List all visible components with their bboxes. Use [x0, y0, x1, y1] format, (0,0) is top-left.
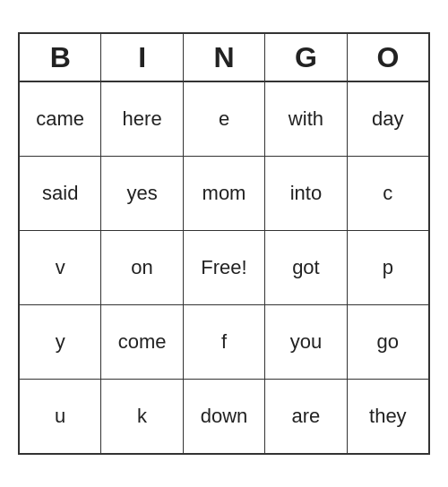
cell-1-3[interactable]: e	[184, 82, 265, 156]
cell-4-2[interactable]: come	[101, 305, 183, 379]
bingo-card: B I N G O came here e with day said yes …	[18, 32, 430, 455]
header-g: G	[265, 34, 347, 81]
cell-2-1[interactable]: said	[20, 157, 101, 230]
header-b: B	[20, 34, 101, 81]
cell-5-5[interactable]: they	[348, 380, 428, 453]
header-o: O	[348, 34, 428, 81]
cell-5-4[interactable]: are	[265, 380, 347, 453]
cell-3-1[interactable]: v	[20, 231, 101, 304]
cell-1-5[interactable]: day	[348, 82, 428, 156]
bingo-row-4: y come f you go	[20, 305, 428, 380]
cell-5-2[interactable]: k	[101, 380, 183, 453]
header-n: N	[184, 34, 265, 81]
cell-4-3[interactable]: f	[184, 305, 265, 379]
bingo-row-1: came here e with day	[20, 82, 428, 157]
cell-3-2[interactable]: on	[101, 231, 183, 304]
cell-1-4[interactable]: with	[265, 82, 347, 156]
bingo-header-row: B I N G O	[20, 34, 428, 82]
cell-5-3[interactable]: down	[184, 380, 265, 453]
bingo-row-2: said yes mom into c	[20, 157, 428, 231]
bingo-row-5: u k down are they	[20, 380, 428, 453]
cell-3-5[interactable]: p	[348, 231, 428, 304]
cell-4-1[interactable]: y	[20, 305, 101, 379]
bingo-row-3: v on Free! got p	[20, 231, 428, 305]
header-i: I	[101, 34, 183, 81]
cell-4-4[interactable]: you	[265, 305, 347, 379]
cell-1-1[interactable]: came	[20, 82, 101, 156]
cell-3-4[interactable]: got	[265, 231, 347, 304]
cell-1-2[interactable]: here	[101, 82, 183, 156]
cell-2-4[interactable]: into	[265, 157, 347, 230]
cell-4-5[interactable]: go	[348, 305, 428, 379]
cell-2-3[interactable]: mom	[184, 157, 265, 230]
cell-5-1[interactable]: u	[20, 380, 101, 453]
cell-3-3[interactable]: Free!	[184, 231, 265, 304]
cell-2-5[interactable]: c	[348, 157, 428, 230]
cell-2-2[interactable]: yes	[101, 157, 183, 230]
